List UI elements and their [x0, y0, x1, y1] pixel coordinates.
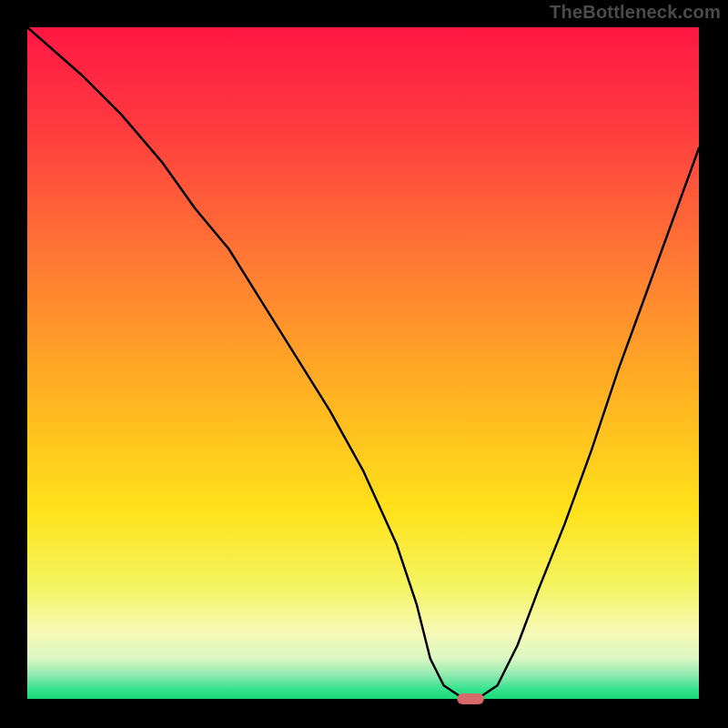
optimum-marker — [457, 693, 484, 704]
chart-container: TheBottleneck.com — [0, 0, 728, 728]
attribution-text: TheBottleneck.com — [550, 2, 721, 23]
plot-background — [27, 27, 699, 699]
chart-svg — [0, 0, 728, 728]
